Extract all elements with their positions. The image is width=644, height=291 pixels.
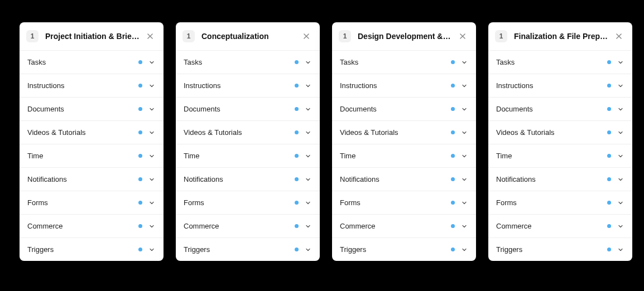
section-label: Documents [184,105,295,113]
chevron-down-icon [304,152,312,160]
section-label: Triggers [27,245,138,254]
section-row[interactable]: Tasks [176,51,320,74]
section-row[interactable]: Forms [20,191,164,215]
chevron-down-icon [617,199,624,207]
status-dot-icon [295,248,299,251]
section-row[interactable]: Notifications [176,168,320,191]
section-row[interactable]: Instructions [176,74,320,98]
chevron-down-icon [304,105,312,113]
section-row[interactable]: Tasks [488,51,632,74]
status-dot-icon [451,201,455,205]
phase-title: Conceptualization [201,32,296,41]
section-row[interactable]: Tasks [20,51,164,74]
section-label: Forms [340,198,451,207]
chevron-down-icon [148,152,156,160]
section-label: Commerce [27,222,138,230]
chevron-down-icon [460,152,468,160]
section-label: Time [184,152,295,160]
chevron-down-icon [617,152,624,160]
section-label: Forms [184,198,295,207]
status-dot-icon [295,177,299,181]
section-row[interactable]: Videos & Tutorials [332,121,476,144]
status-dot-icon [607,60,611,64]
section-row[interactable]: Documents [20,98,164,121]
section-label: Commerce [184,222,295,230]
section-row[interactable]: Commerce [20,215,164,238]
chevron-down-icon [460,222,468,230]
section-label: Commerce [340,222,451,230]
section-row[interactable]: Forms [332,191,476,215]
chevron-down-icon [460,176,468,183]
status-dot-icon [295,154,299,158]
section-row[interactable]: Notifications [488,168,632,191]
section-row[interactable]: Documents [332,98,476,121]
section-row[interactable]: Time [488,144,632,168]
status-dot-icon [295,107,299,111]
chevron-down-icon [304,82,312,90]
card-header: 1 Design Development & Refi.. [332,22,476,51]
section-row[interactable]: Forms [176,191,320,215]
section-row[interactable]: Instructions [488,74,632,98]
status-dot-icon [451,107,455,111]
status-dot-icon [607,177,611,181]
section-row[interactable]: Triggers [176,238,320,261]
status-dot-icon [607,201,611,205]
chevron-down-icon [148,59,156,66]
section-row[interactable]: Time [332,144,476,168]
section-row[interactable]: Time [176,144,320,168]
section-row[interactable]: Forms [488,191,632,215]
section-row[interactable]: Videos & Tutorials [488,121,632,144]
section-label: Time [496,152,607,160]
section-label: Instructions [340,81,451,90]
section-row[interactable]: Triggers [488,238,632,261]
section-label: Videos & Tutorials [340,128,451,137]
phase-card: 1 Conceptualization Tasks Instructions D… [176,22,320,261]
section-label: Notifications [184,175,295,183]
section-label: Triggers [340,245,451,254]
section-label: Documents [340,105,451,113]
status-dot-icon [607,84,611,88]
section-row[interactable]: Instructions [20,74,164,98]
section-label: Videos & Tutorials [184,128,295,137]
close-icon[interactable] [301,31,312,42]
chevron-down-icon [304,246,312,254]
phase-card: 1 Design Development & Refi.. Tasks Inst… [332,22,476,261]
section-label: Notifications [340,175,451,183]
status-dot-icon [138,201,142,205]
section-label: Videos & Tutorials [496,128,607,137]
section-row[interactable]: Notifications [332,168,476,191]
section-row[interactable]: Triggers [20,238,164,261]
section-row[interactable]: Videos & Tutorials [176,121,320,144]
chevron-down-icon [617,246,624,254]
card-header: 1 Conceptualization [176,22,320,51]
section-label: Triggers [184,245,295,254]
chevron-down-icon [617,176,624,183]
section-row[interactable]: Time [20,144,164,168]
chevron-down-icon [460,129,468,137]
close-icon[interactable] [457,31,468,42]
section-row[interactable]: Commerce [332,215,476,238]
section-label: Instructions [184,81,295,90]
section-row[interactable]: Triggers [332,238,476,261]
status-dot-icon [451,154,455,158]
section-label: Tasks [496,58,607,66]
status-dot-icon [138,84,142,88]
status-dot-icon [138,107,142,111]
status-dot-icon [607,130,611,134]
section-row[interactable]: Notifications [20,168,164,191]
section-row[interactable]: Commerce [488,215,632,238]
section-row[interactable]: Instructions [332,74,476,98]
section-row[interactable]: Tasks [332,51,476,74]
chevron-down-icon [148,199,156,207]
section-row[interactable]: Commerce [176,215,320,238]
section-row[interactable]: Documents [488,98,632,121]
status-dot-icon [451,84,455,88]
phase-title: Project Initiation & Briefing [45,32,140,41]
section-row[interactable]: Documents [176,98,320,121]
section-label: Instructions [27,81,138,90]
close-icon[interactable] [613,31,624,42]
close-icon[interactable] [145,31,156,42]
section-label: Documents [496,105,607,113]
section-row[interactable]: Videos & Tutorials [20,121,164,144]
chevron-down-icon [617,82,624,90]
